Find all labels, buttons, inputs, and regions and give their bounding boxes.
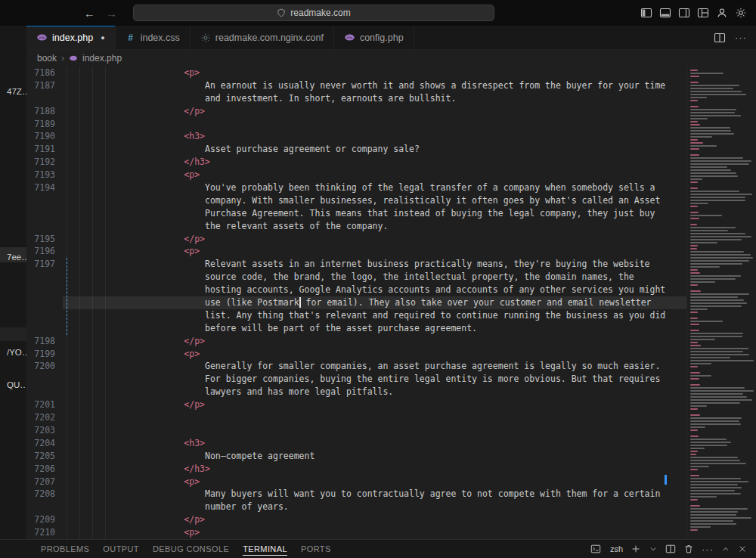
modified-dot-icon[interactable]: ●: [101, 34, 104, 42]
code-line[interactable]: source code, the brand, the logo, the in…: [26, 271, 686, 284]
line-number[interactable]: 7189: [26, 118, 63, 131]
code-line[interactable]: 7188</p>: [26, 105, 686, 118]
line-number[interactable]: 7187: [26, 79, 63, 92]
split-editor-icon[interactable]: [714, 32, 726, 44]
back-button[interactable]: ←: [84, 7, 95, 20]
line-number[interactable]: 7208: [26, 488, 63, 501]
code-text[interactable]: You've probably been thinking of the leg…: [63, 181, 686, 194]
tab-index-css[interactable]: # index.css: [116, 26, 191, 49]
code-tag-text[interactable]: </p>: [63, 398, 686, 411]
code-tag-text[interactable]: <p>: [63, 169, 686, 181]
code-line[interactable]: 7201</p>: [26, 398, 686, 411]
line-number[interactable]: 7196: [26, 245, 63, 258]
code-text[interactable]: Purchase Agreement. This means that inst…: [63, 207, 686, 220]
panel-tab-ports[interactable]: PORTS: [301, 542, 331, 556]
line-number[interactable]: 7206: [26, 463, 63, 476]
code-tag-text[interactable]: </p>: [63, 233, 686, 246]
code-line[interactable]: 7192</h3>: [26, 156, 686, 169]
code-line[interactable]: 7202: [26, 411, 686, 424]
code-text[interactable]: Non—compete agreement: [63, 450, 686, 463]
line-number[interactable]: 7190: [26, 130, 63, 143]
line-number[interactable]: 7203: [26, 424, 63, 437]
more-actions-icon[interactable]: ···: [735, 33, 747, 42]
code-text[interactable]: and investment. In short, earnouts are b…: [63, 92, 686, 105]
line-number[interactable]: 7209: [26, 513, 63, 526]
line-number[interactable]: 7199: [26, 348, 63, 361]
account-icon[interactable]: [716, 7, 728, 19]
code-line[interactable]: use (like Postmark for email). They also…: [26, 296, 686, 309]
code-line[interactable]: 7206</h3>: [26, 463, 686, 476]
code-text[interactable]: An earnout is usually never worth it and…: [63, 79, 686, 92]
toggle-panel-icon[interactable]: [659, 7, 671, 19]
code-tag-text[interactable]: <p>: [63, 348, 686, 361]
panel-tab-output[interactable]: OUTPUT: [103, 542, 139, 556]
code-tag-text[interactable]: </p>: [63, 105, 686, 118]
line-number[interactable]: 7198: [26, 335, 63, 348]
line-number[interactable]: 7205: [26, 450, 63, 463]
code-text[interactable]: Many buyers will want you to contractual…: [63, 488, 686, 501]
explorer-item[interactable]: QU…: [0, 378, 26, 392]
line-number[interactable]: 7202: [26, 411, 63, 424]
code-line[interactable]: 7210<p>: [26, 526, 686, 539]
code-line[interactable]: 7208Many buyers will want you to contrac…: [26, 488, 686, 501]
code-line[interactable]: and investment. In short, earnouts are b…: [26, 92, 686, 105]
settings-gear-icon[interactable]: [735, 7, 747, 19]
code-line[interactable]: number of years.: [26, 501, 686, 513]
code-line[interactable]: lawyers and has more legal pitfalls.: [26, 386, 686, 398]
code-line[interactable]: 7204<h3>: [26, 437, 686, 450]
code-line[interactable]: 7189: [26, 118, 686, 131]
code-line[interactable]: 7205Non—compete agreement: [26, 450, 686, 463]
code-line[interactable]: For bigger companies, buying the entire …: [26, 373, 686, 386]
code-line[interactable]: 7203: [26, 424, 686, 437]
code-line[interactable]: 7196<p>: [26, 245, 686, 258]
code-text[interactable]: [63, 411, 686, 424]
breadcrumb-file[interactable]: index.php: [82, 53, 122, 64]
line-number[interactable]: 7200: [26, 360, 63, 373]
command-center-url-box[interactable]: readmake.com: [133, 5, 494, 21]
more-actions-icon[interactable]: ···: [702, 544, 714, 554]
code-text[interactable]: list. Any thing that's relevant and requ…: [63, 309, 686, 322]
line-number[interactable]: 7186: [26, 67, 63, 79]
code-text[interactable]: the relevant assets of the company.: [63, 220, 686, 233]
code-line[interactable]: 7198</p>: [26, 335, 686, 348]
code-line[interactable]: 7193<p>: [26, 169, 686, 181]
line-number[interactable]: 7195: [26, 233, 63, 246]
tab-nginx-conf[interactable]: readmake.com.nginx.conf: [191, 26, 334, 49]
code-line[interactable]: the relevant assets of the company.: [26, 220, 686, 233]
line-number[interactable]: 7191: [26, 143, 63, 156]
line-number[interactable]: 7188: [26, 105, 63, 118]
explorer-item[interactable]: /YO…: [0, 346, 26, 359]
line-number[interactable]: 7210: [26, 526, 63, 539]
code-area[interactable]: 7186<p>7187An earnout is usually never w…: [26, 67, 686, 539]
code-tag-text[interactable]: <h3>: [63, 130, 686, 143]
minimap[interactable]: [686, 67, 756, 539]
code-text[interactable]: [63, 118, 686, 131]
code-text[interactable]: [63, 424, 686, 437]
toggle-sidebar-right-icon[interactable]: [678, 7, 690, 19]
code-text[interactable]: Asset purchase agreement or company sale…: [63, 143, 686, 156]
code-line[interactable]: list. Any thing that's relevant and requ…: [26, 309, 686, 322]
line-number[interactable]: 7207: [26, 476, 63, 488]
line-number[interactable]: 7194: [26, 181, 63, 194]
line-number[interactable]: 7197: [26, 258, 63, 271]
code-line[interactable]: 7207<p>: [26, 476, 686, 488]
breadcrumb-folder[interactable]: book: [37, 53, 57, 64]
explorer-sidebar-sliver[interactable]: 47Z… 7ee… /YO… QU…: [0, 26, 26, 539]
code-tag-text[interactable]: </p>: [63, 513, 686, 526]
tab-index-php[interactable]: php index.php ●: [26, 26, 116, 49]
code-tag-text[interactable]: </h3>: [63, 156, 686, 169]
code-tag-text[interactable]: <p>: [63, 526, 686, 539]
new-terminal-plus-icon[interactable]: [631, 544, 641, 554]
code-line[interactable]: company. With smaller businesses, realis…: [26, 194, 686, 207]
code-line[interactable]: 7190<h3>: [26, 130, 686, 143]
line-number[interactable]: 7192: [26, 156, 63, 169]
code-line[interactable]: Purchase Agreement. This means that inst…: [26, 207, 686, 220]
tab-config-php[interactable]: php config.php: [334, 26, 414, 49]
code-line[interactable]: 7191Asset purchase agreement or company …: [26, 143, 686, 156]
code-text[interactable]: For bigger companies, buying the entire …: [63, 373, 686, 386]
chevron-up-icon[interactable]: [721, 544, 730, 553]
split-terminal-icon[interactable]: [665, 544, 676, 554]
code-line[interactable]: 7200Generally for smaller companies, an …: [26, 360, 686, 373]
code-line[interactable]: 7194You've probably been thinking of the…: [26, 181, 686, 194]
code-text[interactable]: company. With smaller businesses, realis…: [63, 194, 686, 207]
